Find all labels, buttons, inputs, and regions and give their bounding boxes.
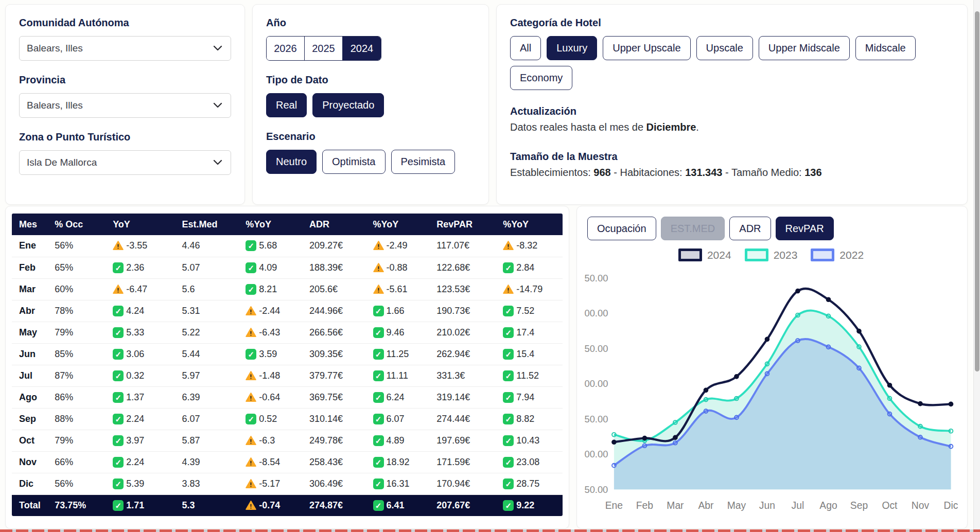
table-cell: ✓2.84	[499, 257, 563, 278]
scenario-button-optimista[interactable]: Optimista	[322, 150, 385, 174]
year-button-2024[interactable]: 2024	[343, 37, 381, 60]
zona-select-value: Isla De Mallorca	[27, 157, 97, 168]
table-cell: 244.96€	[305, 300, 369, 322]
table-cell: 170.94€	[432, 473, 499, 494]
muestra-title: Tamaño de la Muestra	[510, 151, 954, 163]
series-2024-point	[918, 402, 922, 406]
scenario-buttons: NeutroOptimistaPesimista	[266, 150, 475, 174]
table-cell: -0.88	[369, 257, 433, 278]
table-cell: -6.3	[241, 430, 305, 451]
check-icon: ✓	[113, 370, 124, 381]
warning-icon	[246, 370, 256, 381]
table-cell: ✓1.66	[369, 300, 433, 322]
check-icon: ✓	[113, 327, 124, 338]
year-button-2025[interactable]: 2025	[305, 37, 343, 60]
legend-item-2023[interactable]: 2023	[745, 249, 798, 261]
metrics-table-card: Mes% OccYoYEst.Med%YoYADR%YoYRevPAR%YoY …	[5, 206, 569, 529]
check-icon: ✓	[246, 284, 256, 295]
table-cell: 190.73€	[432, 300, 499, 322]
table-cell: 331.3€	[432, 365, 499, 386]
comunidad-select[interactable]: Balears, Illes	[19, 36, 231, 61]
x-axis-tick-label: Jul	[792, 500, 804, 511]
legend-item-2022[interactable]: 2022	[811, 249, 864, 261]
category-button-luxury[interactable]: Luxury	[547, 36, 597, 60]
table-cell: Jun	[12, 343, 50, 365]
check-icon: ✓	[113, 435, 124, 446]
legend-label-2024: 2024	[707, 249, 731, 261]
table-cell: Oct	[12, 430, 50, 451]
table-cell: 85%	[50, 343, 109, 365]
year-segmented-control: 202620252024	[266, 36, 381, 61]
check-icon: ✓	[503, 262, 514, 273]
table-cell: 73.75%	[50, 494, 109, 516]
table-cell: 4.39	[178, 451, 242, 473]
data-type-button-real[interactable]: Real	[266, 93, 307, 117]
table-cell: 274.87€	[305, 494, 369, 516]
table-cell: ✓1.71	[109, 494, 178, 516]
legend-swatch-2023	[745, 249, 768, 261]
table-cell: -5.61	[369, 278, 433, 300]
category-button-economy[interactable]: Economy	[510, 66, 572, 90]
year-button-2026[interactable]: 2026	[267, 37, 305, 60]
series-2024-point	[827, 297, 831, 302]
x-axis-tick-label: Ago	[819, 500, 837, 511]
category-button-midscale[interactable]: Midscale	[855, 36, 916, 60]
category-button-upper-upscale[interactable]: Upper Upscale	[603, 36, 690, 60]
table-cell: ✓9.22	[499, 494, 563, 516]
table-row: Nov66%✓2.244.39-8.54258.43€✓18.92171.59€…	[12, 451, 563, 473]
table-cell: 79%	[50, 322, 109, 343]
data-type-button-proyectado[interactable]: Proyectado	[312, 93, 384, 117]
provincia-select[interactable]: Balears, Illes	[19, 93, 231, 118]
series-2024-point	[949, 402, 953, 406]
table-cell: ✓2.24	[109, 451, 178, 473]
scenario-button-pesimista[interactable]: Pesimista	[391, 150, 456, 174]
table-row: Ene56%-3.554.46✓5.68209.27€-2.49117.07€-…	[12, 235, 563, 257]
chart-button-adr[interactable]: ADR	[729, 217, 771, 240]
table-cell: ✓3.59	[241, 343, 305, 365]
table-cell: 87%	[50, 365, 109, 386]
chart-metric-buttons: OcupaciónEST.MEDADRRevPAR	[587, 217, 958, 240]
check-icon: ✓	[113, 457, 124, 468]
table-cell: 274.44€	[432, 408, 499, 430]
scenario-button-neutro[interactable]: Neutro	[266, 150, 317, 174]
category-button-upscale[interactable]: Upscale	[696, 36, 753, 60]
check-icon: ✓	[113, 306, 124, 316]
ano-label: Año	[266, 17, 475, 29]
x-axis-tick-label: Dic	[944, 500, 958, 511]
table-cell: ✓7.94	[499, 386, 563, 408]
chart-button-revpar[interactable]: RevPAR	[776, 217, 834, 240]
location-filters-card: Comunidad Autónoma Balears, Illes Provin…	[5, 4, 245, 205]
check-icon: ✓	[373, 414, 384, 424]
table-cell: ✓10.43	[499, 430, 563, 451]
provincia-select-value: Balears, Illes	[27, 100, 83, 111]
series-2024-point	[765, 337, 769, 341]
check-icon: ✓	[113, 349, 124, 360]
table-cell: ✓5.68	[241, 235, 305, 257]
table-cell: 88%	[50, 408, 109, 430]
category-button-all[interactable]: All	[510, 36, 541, 60]
zona-select[interactable]: Isla De Mallorca	[19, 150, 231, 175]
check-icon: ✓	[113, 478, 124, 489]
x-axis-tick-label: Feb	[636, 500, 653, 511]
table-cell: ✓11.11	[369, 365, 433, 386]
table-cell: 319.14€	[432, 386, 499, 408]
scrollbar-thumb[interactable]	[975, 11, 979, 371]
vertical-scrollbar[interactable]	[973, 0, 980, 529]
legend-item-2024[interactable]: 2024	[678, 249, 731, 261]
table-cell: 56%	[50, 235, 109, 257]
chevron-down-icon	[213, 100, 222, 111]
check-icon: ✓	[113, 414, 124, 424]
table-cell: 310.14€	[305, 408, 369, 430]
warning-icon	[503, 284, 514, 295]
category-button-upper-midscale[interactable]: Upper Midscale	[759, 36, 850, 60]
check-icon: ✓	[373, 392, 384, 403]
warning-icon	[113, 240, 124, 251]
table-cell: ✓16.31	[369, 473, 433, 494]
check-icon: ✓	[113, 262, 124, 273]
dashboard: Comunidad Autónoma Balears, Illes Provin…	[0, 0, 980, 529]
check-icon: ✓	[246, 349, 256, 360]
table-cell: ✓5.33	[109, 322, 178, 343]
chart-button-ocupaci-n[interactable]: Ocupación	[587, 217, 656, 240]
table-cell: ✓3.97	[109, 430, 178, 451]
warning-icon	[373, 284, 384, 295]
